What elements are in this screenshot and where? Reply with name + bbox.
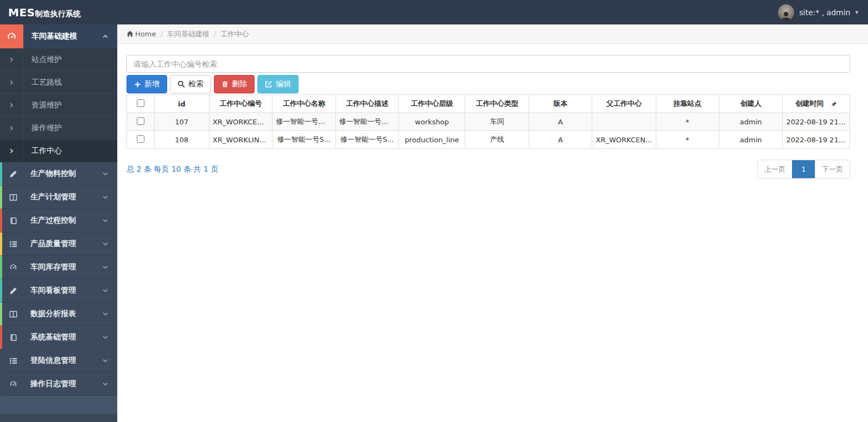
pushpin-icon xyxy=(831,101,837,107)
header-create-time: 创建时间 xyxy=(783,95,850,113)
chevron-down-icon xyxy=(102,334,117,341)
sidebar-group-label: 操作日志管理 xyxy=(24,379,102,389)
sidebar-group-label: 车间基础建模 xyxy=(23,32,102,41)
header-id: id xyxy=(154,95,209,113)
chevron-right-icon xyxy=(0,71,23,93)
cell-parent-work-center xyxy=(592,113,656,131)
header-work-center-level: 工作中心层级 xyxy=(398,95,465,113)
sidebar-group-plan-management[interactable]: 生产计划管理 xyxy=(0,186,117,209)
current-page-button[interactable]: 1 xyxy=(792,160,815,178)
home-icon xyxy=(126,30,134,37)
avatar xyxy=(778,4,794,21)
cell-id: 108 xyxy=(154,131,209,149)
search-button-label: 检索 xyxy=(188,79,204,89)
sidebar-group-quality-management[interactable]: 产品质量管理 xyxy=(0,232,117,256)
cell-work-center-type: 车间 xyxy=(465,113,529,131)
edit-button[interactable]: 编辑 xyxy=(257,75,299,93)
cell-work-center-code: XR_WORKCEN... xyxy=(209,113,272,131)
sidebar-filler xyxy=(0,396,117,414)
sidebar-item-label: 工艺路线 xyxy=(23,78,62,87)
user-menu[interactable]: site:* , admin ▾ xyxy=(778,4,868,21)
chevron-down-icon xyxy=(102,311,117,317)
sidebar-group-label: 车间看板管理 xyxy=(24,286,102,295)
prev-page-button[interactable]: 上一页 xyxy=(758,160,792,178)
sidebar-item-label: 资源维护 xyxy=(23,100,62,110)
sidebar-group-system-basic-management[interactable]: 系统基础管理 xyxy=(0,326,117,349)
cell-attached-site: * xyxy=(656,131,719,149)
next-page-button[interactable]: 下一页 xyxy=(815,160,850,178)
chevron-down-icon xyxy=(102,241,117,247)
sidebar-item-work-center[interactable]: 工作中心 xyxy=(0,140,117,162)
edit-icon xyxy=(265,80,273,88)
sidebar-item-process-route[interactable]: 工艺路线 xyxy=(0,71,117,94)
book-icon xyxy=(2,333,24,342)
table-header-row: id 工作中心编号 工作中心名称 工作中心描述 工作中心层级 工作中心类型 版本… xyxy=(127,95,850,113)
cell-version: A xyxy=(529,131,592,149)
sidebar-item-label: 站点维护 xyxy=(23,55,62,65)
add-button[interactable]: 新增 xyxy=(126,75,167,93)
chevron-right-icon xyxy=(0,48,23,71)
caret-down-icon: ▾ xyxy=(855,9,858,16)
trash-icon xyxy=(221,80,229,88)
sidebar-group-login-info-management[interactable]: 登陆信息管理 xyxy=(0,349,117,373)
chevron-up-icon xyxy=(102,33,117,40)
gauge-icon xyxy=(2,380,24,388)
header-work-center-desc: 工作中心描述 xyxy=(335,95,398,113)
cell-work-center-level: workshop xyxy=(398,113,465,131)
header-creator: 创建人 xyxy=(719,95,783,113)
search-button[interactable]: 检索 xyxy=(170,75,211,93)
book-icon xyxy=(2,217,24,225)
cell-create-time: 2022-08-19 21:1... xyxy=(783,131,850,149)
cell-work-center-type: 产线 xyxy=(465,131,529,149)
breadcrumb-home-label: Home xyxy=(135,30,156,38)
breadcrumb-home[interactable]: Home xyxy=(126,30,156,38)
delete-button[interactable]: 删除 xyxy=(214,75,255,93)
chevron-down-icon xyxy=(102,381,117,387)
row-checkbox-cell xyxy=(127,113,155,131)
cell-work-center-desc: 修一智能一号车间 xyxy=(335,113,398,131)
sidebar-footer-strip xyxy=(0,414,117,422)
columns-icon xyxy=(2,310,24,318)
pager: 上一页 1 下一页 xyxy=(757,160,850,179)
header-checkbox-cell xyxy=(127,95,155,113)
table-row[interactable]: 107 XR_WORKCEN... 修一智能一号车间 修一智能一号车间 work… xyxy=(127,113,850,131)
row-checkbox[interactable] xyxy=(137,117,144,125)
sidebar-group-label: 生产过程控制 xyxy=(24,216,102,225)
brand-rest: 制造执行系统 xyxy=(35,9,80,18)
sidebar-group-operation-log-management[interactable]: 操作日志管理 xyxy=(0,373,117,396)
sidebar-group-workshop-modeling[interactable]: 车间基础建模 xyxy=(0,24,117,48)
row-checkbox[interactable] xyxy=(137,135,144,143)
chevron-right-icon xyxy=(0,140,23,162)
sidebar-item-label: 工作中心 xyxy=(23,146,62,156)
sidebar-group-material-control[interactable]: 生产物料控制 xyxy=(0,162,117,186)
search-input[interactable] xyxy=(126,55,850,73)
cell-version: A xyxy=(529,113,592,131)
sidebar-group-label: 登陆信息管理 xyxy=(24,356,102,366)
add-button-label: 新增 xyxy=(144,79,160,89)
top-bar: MES制造执行系统 site:* , admin ▾ xyxy=(0,0,868,24)
sidebar-submenu: 站点维护 工艺路线 资源维护 操作维护 工作中心 xyxy=(0,48,117,162)
sidebar-group-kanban-management[interactable]: 车间看板管理 xyxy=(0,279,117,303)
cell-id: 107 xyxy=(154,113,209,131)
sidebar-group-data-analysis-reports[interactable]: 数据分析报表 xyxy=(0,303,117,326)
sidebar-group-process-control[interactable]: 生产过程控制 xyxy=(0,209,117,232)
select-all-checkbox[interactable] xyxy=(137,99,144,107)
pencil-icon xyxy=(2,287,24,295)
sidebar-group-inventory-management[interactable]: 车间库存管理 xyxy=(0,256,117,279)
sidebar-item-operation-maintenance[interactable]: 操作维护 xyxy=(0,117,117,140)
sidebar-group-label: 生产计划管理 xyxy=(24,192,102,202)
chevron-right-icon xyxy=(0,94,23,116)
header-work-center-type: 工作中心类型 xyxy=(465,95,529,113)
breadcrumb-level1[interactable]: 车间基础建模 xyxy=(167,29,210,39)
table-row[interactable]: 108 XR_WORKLINE... 修一智能一号S... 修一智能一号S...… xyxy=(127,131,850,149)
cell-attached-site: * xyxy=(656,113,719,131)
plus-icon xyxy=(134,81,141,88)
header-attached-site: 挂靠站点 xyxy=(656,95,719,113)
sidebar-item-resource-maintenance[interactable]: 资源维护 xyxy=(0,94,117,117)
list-icon xyxy=(2,240,24,248)
chevron-down-icon xyxy=(102,217,117,224)
pagination-row: 总 2 条 每页 10 条 共 1 页 上一页 1 下一页 xyxy=(126,160,850,179)
sidebar-item-site-maintenance[interactable]: 站点维护 xyxy=(0,48,117,71)
pagination-summary: 总 2 条 每页 10 条 共 1 页 xyxy=(126,165,218,174)
delete-button-label: 删除 xyxy=(232,79,247,89)
